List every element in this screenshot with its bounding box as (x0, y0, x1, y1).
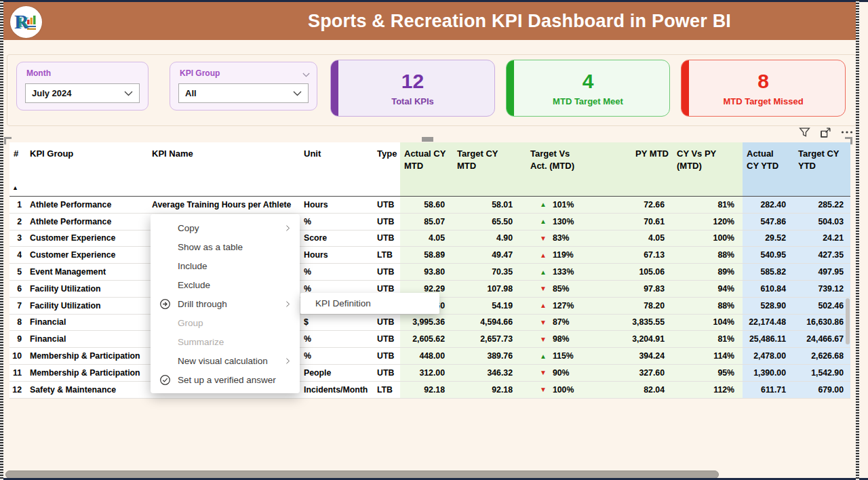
drill-through-submenu: KPI Definition (300, 293, 439, 314)
column-header-target_ytd[interactable]: Target CY YTD (794, 142, 850, 196)
table-row[interactable]: 1Athlete PerformanceAverage Training Hou… (9, 197, 850, 214)
cell-type: UTB (373, 264, 400, 280)
cell-num: 3 (9, 231, 26, 247)
cell-num: 9 (9, 331, 26, 347)
cell-target_ytd: 2,626.68 (794, 348, 850, 364)
card-accent-bar (331, 60, 338, 116)
column-header-unit[interactable]: Unit (300, 142, 373, 196)
column-header-type[interactable]: Type (373, 142, 400, 196)
table-row[interactable]: 5Event ManagementE%UTB93.8070.35▲133%105… (9, 264, 850, 281)
column-header-name[interactable]: KPI Name (148, 142, 300, 196)
cell-actual_mtd: 3,995.36 (400, 315, 453, 331)
month-dropdown[interactable]: July 2024 (25, 83, 140, 103)
column-header-cy_vs_py[interactable]: CY Vs PY (MTD) (673, 142, 743, 196)
arrow-down-icon: ▼ (540, 386, 547, 393)
cell-target_ytd: 1,542.90 (794, 365, 850, 381)
cell-group: Facility Utilization (26, 298, 148, 314)
column-header-tva[interactable]: Target Vs Act. (MTD) (521, 142, 605, 196)
mtd-target-missed-card[interactable]: 8 MTD Target Missed (681, 60, 846, 117)
column-header-target_mtd[interactable]: Target CY MTD (453, 142, 521, 196)
cell-target_ytd: 739.12 (794, 281, 850, 297)
table-row[interactable]: 8FinancialF$UTB3,995.364,594.66▼87%3,835… (9, 315, 850, 332)
menu-item-set-up-a-verified-answer[interactable]: Set up a verified answer (151, 370, 300, 389)
filter-icon[interactable] (799, 127, 810, 138)
mtd-target-meet-card[interactable]: 4 MTD Target Meet (506, 60, 670, 117)
cell-cy_vs_py: 94% (673, 281, 743, 297)
cell-group: Financial (26, 315, 148, 331)
cell-group: Athlete Performance (26, 197, 148, 213)
menu-item-drill-through[interactable]: Drill through (151, 294, 300, 313)
cell-type: UTB (373, 231, 400, 247)
cell-target_mtd: 4.90 (453, 231, 521, 247)
cell-num: 4 (9, 247, 26, 263)
total-kpis-card[interactable]: 12 Total KPIs (330, 60, 495, 117)
mtd-target-meet-label: MTD Target Meet (553, 96, 623, 106)
focus-mode-icon[interactable] (820, 127, 831, 138)
table-row[interactable]: 9FinancialC%UTB2,605.622,657.73▼98%3,204… (9, 331, 850, 348)
menu-item-copy[interactable]: Copy (151, 218, 300, 237)
visual-resize-handle[interactable] (4, 137, 12, 144)
cell-target_mtd: 58.01 (453, 197, 521, 213)
table-row[interactable]: 12Safety & MaintenanceI.Incidents/MonthL… (9, 382, 850, 399)
cell-target_mtd: 389.76 (453, 348, 521, 364)
table-vertical-scrollbar[interactable] (846, 298, 850, 344)
cell-py_mtd: 78.20 (605, 298, 673, 314)
cell-target_mtd: 65.50 (453, 214, 521, 230)
cell-cy_vs_py: 81% (673, 331, 743, 347)
cell-num: 12 (9, 382, 26, 398)
cell-type: UTB (373, 197, 400, 213)
cell-cy_vs_py: 104% (673, 315, 743, 331)
menu-item-exclude[interactable]: Exclude (151, 275, 300, 294)
visual-resize-handle[interactable] (845, 137, 852, 144)
cell-actual_ytd: 282.40 (743, 197, 794, 213)
cell-cy_vs_py: 114% (673, 348, 743, 364)
column-header-actual_ytd[interactable]: Actual CY YTD (743, 142, 794, 196)
chevron-right-icon (284, 224, 292, 232)
cell-actual_ytd: 611.71 (743, 382, 794, 398)
cell-tva: ▲101% (521, 197, 605, 213)
kpi-table: #▲KPI GroupKPI NameUnitTypeActual CY MTD… (9, 142, 850, 399)
more-options-icon[interactable] (841, 130, 853, 134)
column-header-py_mtd[interactable]: PY MTD (605, 142, 673, 196)
column-header-group[interactable]: KPI Group (26, 142, 148, 196)
cell-tva: ▼98% (521, 331, 605, 347)
table-row[interactable]: 2Athlete PerformanceC%UTB85.0765.50▲130%… (9, 214, 850, 231)
table-row[interactable]: 10Membership & ParticipationA%UTB448.003… (9, 348, 850, 365)
table-row[interactable]: 11Membership & ParticipationAPeopleUTB31… (9, 365, 850, 382)
total-kpis-label: Total KPIs (391, 96, 434, 106)
cell-cy_vs_py: 120% (673, 214, 743, 230)
kpi-group-slicer-label: KPI Group (180, 68, 220, 78)
menu-item-new-visual-calculation[interactable]: New visual calculation (151, 351, 300, 370)
cell-py_mtd: 4.05 (605, 231, 673, 247)
column-header-num[interactable]: #▲ (9, 142, 26, 196)
table-row[interactable]: 3Customer ExperienceCScoreUTB4.054.90▼83… (9, 231, 850, 247)
chevron-down-icon (124, 91, 133, 96)
cell-target_mtd: 2,657.73 (453, 331, 521, 347)
menu-item-kpi-definition[interactable]: KPI Definition (300, 293, 439, 314)
table-row[interactable]: 4Customer ExperienceCHoursLTB58.8949.47▲… (9, 247, 850, 264)
cell-actual_mtd: 4.05 (400, 231, 453, 247)
cell-actual_mtd: 58.89 (400, 247, 453, 263)
column-header-actual_mtd[interactable]: Actual CY MTD (400, 142, 453, 196)
cell-group: Customer Experience (26, 231, 148, 247)
cell-actual_ytd: 2,478.00 (743, 348, 794, 364)
cell-cy_vs_py: 100% (673, 231, 743, 247)
cell-target_ytd: 497.95 (794, 264, 850, 280)
table-header-row: #▲KPI GroupKPI NameUnitTypeActual CY MTD… (9, 142, 850, 197)
cell-num: 6 (9, 281, 26, 297)
menu-item-include[interactable]: Include (151, 256, 300, 275)
card-accent-bar (507, 60, 514, 116)
cell-group: Financial (26, 331, 148, 347)
arrow-down-icon: ▼ (540, 336, 547, 343)
kpi-group-dropdown[interactable]: All (178, 83, 309, 103)
cell-target_ytd: 679.00 (794, 382, 850, 398)
cell-actual_mtd: 92.18 (400, 382, 453, 398)
cell-target_mtd: 54.19 (453, 298, 521, 314)
arrow-up-icon: ▲ (540, 252, 547, 259)
menu-item-show-as-a-table[interactable]: Show as a table (151, 237, 300, 256)
cell-type: LTB (373, 382, 400, 398)
cell-type: UTB (373, 214, 400, 230)
visual-resize-handle[interactable] (422, 137, 433, 142)
cell-num: 1 (9, 197, 26, 213)
chevron-down-icon[interactable] (302, 68, 310, 80)
